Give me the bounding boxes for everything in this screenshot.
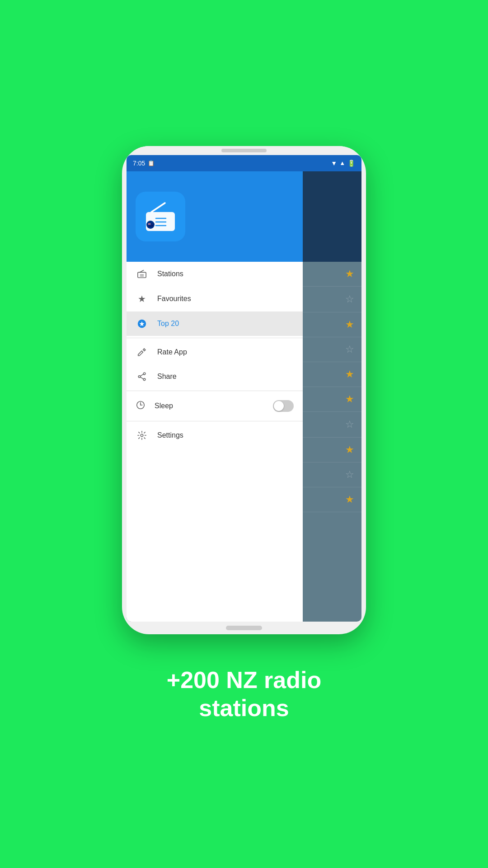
caption-line1: +200 NZ radio [167,666,321,694]
svg-text:🇳🇿: 🇳🇿 [148,222,154,228]
svg-point-14 [143,378,145,381]
star-filled-icon[interactable]: ★ [345,494,354,505]
wifi-icon: ▼ [331,160,337,167]
settings-label: Settings [157,431,183,439]
sleep-icon [136,400,145,412]
svg-point-15 [138,375,141,377]
phone-speaker [221,149,267,152]
time-display: 7:05 [133,160,145,167]
sleep-toggle[interactable] [273,400,294,412]
toggle-knob [274,401,284,411]
menu-item-settings[interactable]: Settings [127,423,303,448]
signal-icon: ▲ [339,160,345,166]
star-empty-icon[interactable]: ☆ [345,293,354,305]
star-filled-icon[interactable]: ★ [345,268,354,280]
rate-app-label: Rate App [157,348,187,356]
star-empty-icon[interactable]: ☆ [345,419,354,430]
app-icon-inner: 🇳🇿 [136,192,185,241]
phone-top [122,146,366,151]
star-filled-icon[interactable]: ★ [345,319,354,330]
star-icon: ★ [136,293,148,304]
drawer-header: 🇳🇿 [127,171,303,262]
svg-point-13 [143,373,145,375]
status-left: 7:05 📋 [133,160,155,167]
app-icon: 🇳🇿 [136,192,185,241]
menu-item-sleep: Sleep [127,393,303,419]
phone-device: 7:05 📋 ▼ ▲ 🔋 ★ ational [122,146,366,634]
svg-line-16 [141,374,143,376]
star-filled-icon[interactable]: ★ [345,393,354,405]
settings-icon [136,430,148,440]
stations-label: Stations [157,270,183,278]
star-circle-icon [136,319,148,329]
battery-icon: 🔋 [347,160,355,167]
caption-line2: stations [167,694,321,722]
share-icon [136,372,148,382]
sleep-label: Sleep [155,402,264,410]
menu-divider-2 [127,391,303,391]
svg-point-21 [141,434,143,437]
drawer-menu: Stations ★ Favourites Top 20 [127,262,303,622]
radio-svg-icon: 🇳🇿 [142,198,178,235]
status-right: ▼ ▲ 🔋 [331,160,355,167]
top20-label: Top 20 [157,320,179,328]
favourites-label: Favourites [157,295,191,303]
star-filled-icon[interactable]: ★ [345,368,354,380]
share-label: Share [157,373,177,381]
screen-content: ★ ational land ☆ ★ ☆ [127,171,361,622]
status-bar: 7:05 📋 ▼ ▲ 🔋 [127,155,361,171]
menu-item-share[interactable]: Share [127,364,303,389]
star-empty-icon[interactable]: ☆ [345,344,354,355]
menu-divider-3 [127,421,303,421]
phone-bottom [122,625,366,634]
navigation-drawer: 🇳🇿 [127,171,303,622]
phone-screen: 7:05 📋 ▼ ▲ 🔋 ★ ational [127,155,361,622]
menu-item-stations[interactable]: Stations [127,262,303,286]
caption-area: +200 NZ radio stations [167,666,321,722]
menu-item-favourites[interactable]: ★ Favourites [127,286,303,311]
menu-item-rate-app[interactable]: Rate App [127,340,303,364]
radio-icon [136,269,148,279]
svg-line-17 [141,377,143,379]
svg-line-1 [151,203,165,212]
menu-item-top20[interactable]: Top 20 [127,311,303,336]
home-button[interactable] [226,626,262,630]
star-empty-icon[interactable]: ☆ [345,469,354,481]
sim-icon: 📋 [148,160,155,166]
star-filled-icon[interactable]: ★ [345,444,354,456]
menu-divider-1 [127,338,303,338]
rate-icon [136,347,148,357]
